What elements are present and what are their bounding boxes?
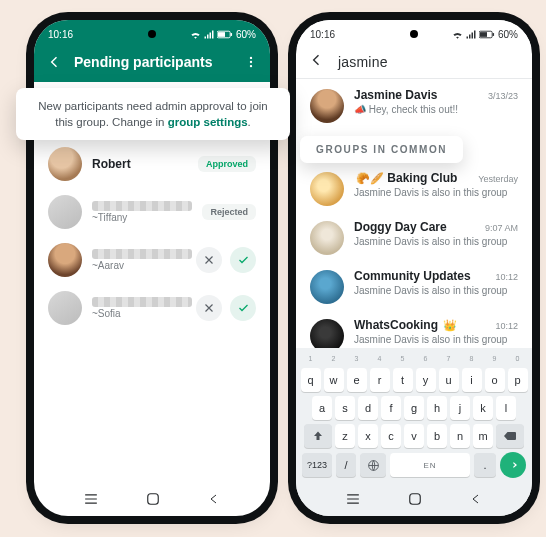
- key[interactable]: r: [370, 368, 390, 392]
- svg-point-4: [250, 61, 252, 63]
- nav-recents-icon[interactable]: [84, 493, 98, 505]
- key[interactable]: f: [381, 396, 401, 420]
- nav-back-icon[interactable]: [470, 492, 482, 506]
- send-key[interactable]: [500, 452, 526, 478]
- app-header: Pending participants: [34, 46, 270, 82]
- nav-back-icon[interactable]: [208, 492, 220, 506]
- key[interactable]: t: [393, 368, 413, 392]
- timestamp: 10:12: [495, 321, 518, 331]
- participant-row[interactable]: Robert Approved: [34, 140, 270, 188]
- slash-key[interactable]: /: [336, 453, 356, 477]
- participant-alias: ~Tiffany: [92, 212, 192, 223]
- key[interactable]: p: [508, 368, 528, 392]
- timestamp: 10:12: [495, 272, 518, 282]
- svg-rect-1: [218, 32, 225, 37]
- avatar: [48, 147, 82, 181]
- status-badge: Approved: [198, 156, 256, 172]
- nav-home-icon[interactable]: [146, 492, 160, 506]
- back-icon[interactable]: [308, 52, 324, 72]
- key[interactable]: b: [427, 424, 447, 448]
- group-row[interactable]: Doggy Day Care 9:07 AM Jasmine Davis is …: [296, 213, 532, 262]
- wifi-icon: [190, 30, 201, 39]
- nav-recents-icon[interactable]: [346, 493, 360, 505]
- symbols-key[interactable]: ?123: [302, 453, 332, 477]
- key[interactable]: m: [473, 424, 493, 448]
- key[interactable]: d: [358, 396, 378, 420]
- system-navbar: [34, 488, 270, 516]
- participant-name: Robert: [92, 157, 188, 171]
- group-subtext: Jasmine Davis is also in this group: [354, 236, 518, 247]
- participant-phone-blurred: [92, 297, 192, 307]
- group-row[interactable]: 🥐🥖 Baking Club Yesterday Jasmine Davis i…: [296, 164, 532, 213]
- key[interactable]: n: [450, 424, 470, 448]
- participant-phone-blurred: [92, 201, 192, 211]
- back-icon[interactable]: [46, 54, 62, 70]
- reject-button[interactable]: [196, 295, 222, 321]
- timestamp: Yesterday: [478, 174, 518, 184]
- timestamp: 3/13/23: [488, 91, 518, 101]
- svg-rect-6: [148, 494, 159, 505]
- group-name: 🥐🥖 Baking Club: [354, 171, 457, 185]
- key[interactable]: q: [301, 368, 321, 392]
- phone-search-results: 10:16 60% jasmine Jasmine Davis 3/13/23: [296, 20, 532, 516]
- svg-rect-8: [480, 32, 487, 37]
- nav-home-icon[interactable]: [408, 492, 422, 506]
- period-key[interactable]: .: [474, 453, 496, 477]
- avatar: [310, 89, 344, 123]
- group-row[interactable]: Community Updates 10:12 Jasmine Davis is…: [296, 262, 532, 311]
- key[interactable]: i: [462, 368, 482, 392]
- group-subtext: Jasmine Davis is also in this group: [354, 285, 518, 296]
- group-settings-link[interactable]: group settings: [168, 116, 248, 128]
- search-input[interactable]: jasmine: [338, 54, 388, 70]
- backspace-key[interactable]: [496, 424, 524, 448]
- system-navbar: [296, 488, 532, 516]
- key[interactable]: g: [404, 396, 424, 420]
- keyboard-number-hints: 1234567890: [300, 352, 528, 364]
- clock: 10:16: [310, 29, 335, 40]
- space-key[interactable]: EN: [390, 453, 470, 477]
- battery-icon: [479, 30, 495, 39]
- key[interactable]: c: [381, 424, 401, 448]
- key[interactable]: o: [485, 368, 505, 392]
- reject-button[interactable]: [196, 247, 222, 273]
- avatar: [310, 172, 344, 206]
- key[interactable]: u: [439, 368, 459, 392]
- key[interactable]: s: [335, 396, 355, 420]
- key[interactable]: k: [473, 396, 493, 420]
- participant-row[interactable]: ~Tiffany Rejected: [34, 188, 270, 236]
- avatar: [48, 243, 82, 277]
- key[interactable]: e: [347, 368, 367, 392]
- battery-pct: 60%: [498, 29, 518, 40]
- approve-button[interactable]: [230, 247, 256, 273]
- key[interactable]: w: [324, 368, 344, 392]
- shift-key[interactable]: [304, 424, 332, 448]
- signal-icon: [466, 30, 476, 39]
- key[interactable]: x: [358, 424, 378, 448]
- key[interactable]: h: [427, 396, 447, 420]
- svg-rect-9: [493, 33, 494, 36]
- group-name: Community Updates: [354, 269, 471, 283]
- key[interactable]: l: [496, 396, 516, 420]
- participant-row[interactable]: ~Sofia: [34, 284, 270, 332]
- page-title: Pending participants: [74, 54, 232, 70]
- key[interactable]: z: [335, 424, 355, 448]
- group-name: Doggy Day Care: [354, 220, 447, 234]
- more-icon[interactable]: [244, 54, 258, 70]
- participant-row[interactable]: ~Aarav: [34, 236, 270, 284]
- contact-name: Jasmine Davis: [354, 88, 437, 102]
- key[interactable]: a: [312, 396, 332, 420]
- approve-button[interactable]: [230, 295, 256, 321]
- camera-cutout: [148, 30, 156, 38]
- globe-key[interactable]: [360, 453, 386, 477]
- key[interactable]: j: [450, 396, 470, 420]
- divider: [296, 78, 532, 79]
- groups-in-common-label: GROUPS IN COMMON: [300, 136, 463, 163]
- key[interactable]: y: [416, 368, 436, 392]
- key[interactable]: v: [404, 424, 424, 448]
- wifi-icon: [452, 30, 463, 39]
- svg-rect-11: [410, 494, 421, 505]
- participant-alias: ~Sofia: [92, 308, 186, 319]
- contact-result[interactable]: Jasmine Davis 3/13/23 📣 Hey, check this …: [296, 81, 532, 130]
- contact-status: 📣 Hey, check this out!!: [354, 104, 518, 115]
- avatar: [48, 291, 82, 325]
